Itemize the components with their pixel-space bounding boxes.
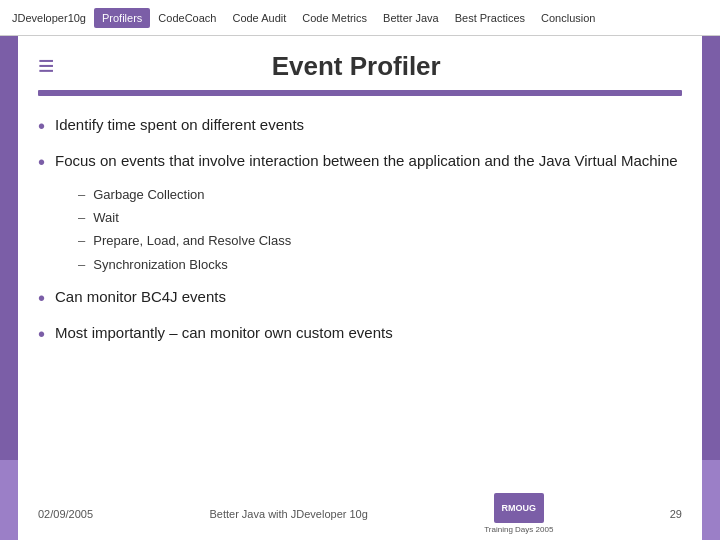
bottom-bullets: • Can monitor BC4J events • Most importa… [38,286,682,348]
sub-bullet-text-4: Synchronization Blocks [93,256,227,274]
footer-logo-text: RMOUG [502,503,537,513]
sub-bullet-2: – Wait [78,209,682,227]
sub-bullet-1: – Garbage Collection [78,186,682,204]
bottom-bullet-text-1: Can monitor BC4J events [55,286,226,307]
slide-title: Event Profiler [70,51,642,82]
bottom-bullet-dot-1: • [38,284,45,312]
nav-code-metrics[interactable]: Code Metrics [294,8,375,28]
footer-logo-sub: Training Days 2005 [484,525,553,534]
bullet-text-2: Focus on events that involve interaction… [55,150,678,171]
nav-better-java[interactable]: Better Java [375,8,447,28]
divider-bar [38,90,682,96]
sub-bullet-text-2: Wait [93,209,119,227]
sub-dash-4: – [78,256,85,274]
sub-dash-3: – [78,232,85,250]
nav-jdeveloper[interactable]: JDeveloper10g [4,8,94,28]
main-content: ≡ Event Profiler • Identify time spent o… [18,36,702,540]
nav-conclusion[interactable]: Conclusion [533,8,603,28]
bottom-bullet-text-2: Most importantly – can monitor own custo… [55,322,393,343]
sub-dash-1: – [78,186,85,204]
top-nav: JDeveloper10g Profilers CodeCoach Code A… [0,0,720,36]
main-bullets: • Identify time spent on different event… [38,114,682,176]
slide-footer: 02/09/2005 Better Java with JDeveloper 1… [18,493,702,534]
footer-date: 02/09/2005 [38,508,93,520]
nav-profilers[interactable]: Profilers [94,8,150,28]
sub-bullets: – Garbage Collection – Wait – Prepare, L… [78,186,682,274]
right-decoration [702,36,720,540]
bottom-bullet-2: • Most importantly – can monitor own cus… [38,322,682,348]
sub-bullet-4: – Synchronization Blocks [78,256,682,274]
sub-bullet-text-3: Prepare, Load, and Resolve Class [93,232,291,250]
left-decoration [0,36,18,540]
sub-dash-2: – [78,209,85,227]
footer-logo-box: RMOUG [494,493,544,523]
nav-best-practices[interactable]: Best Practices [447,8,533,28]
nav-codecoach[interactable]: CodeCoach [150,8,224,28]
bullet-1: • Identify time spent on different event… [38,114,682,140]
footer-title: Better Java with JDeveloper 10g [209,508,367,520]
sub-bullet-text-1: Garbage Collection [93,186,204,204]
footer-logo: RMOUG Training Days 2005 [484,493,553,534]
bullet-2: • Focus on events that involve interacti… [38,150,682,176]
sub-bullet-3: – Prepare, Load, and Resolve Class [78,232,682,250]
bullet-dot-1: • [38,112,45,140]
slide-icon: ≡ [38,50,54,82]
footer-page-number: 29 [670,508,682,520]
bullet-dot-2: • [38,148,45,176]
bottom-bullet-dot-2: • [38,320,45,348]
nav-code-audit[interactable]: Code Audit [224,8,294,28]
bullet-text-1: Identify time spent on different events [55,114,304,135]
bottom-bullet-1: • Can monitor BC4J events [38,286,682,312]
slide-header: ≡ Event Profiler [38,36,682,90]
